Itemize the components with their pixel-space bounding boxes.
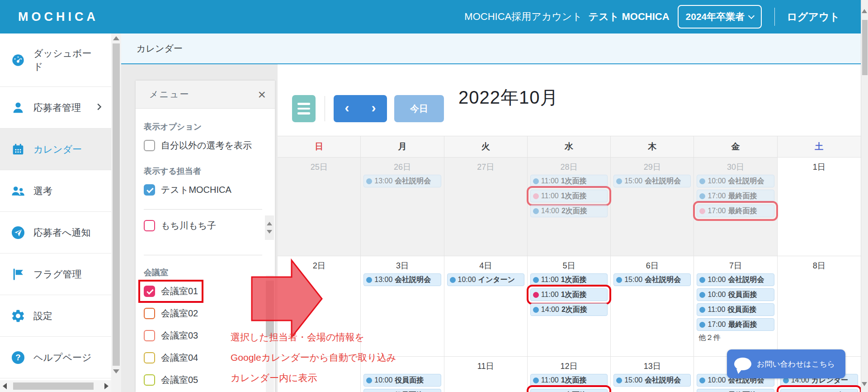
calendar-event-highlighted[interactable]: 11:001次面接 (530, 190, 608, 202)
page-scrollbar-thumb[interactable] (862, 20, 868, 75)
calendar-day-cell[interactable]: 30日10:00会社説明会17:00最終面接17:00最終面接 (694, 158, 777, 256)
calendar-day-cell[interactable]: 29日15:00会社説明会 (611, 158, 694, 256)
room-3-checkbox[interactable] (144, 330, 155, 341)
calendar-day-cell[interactable]: 27日 (444, 158, 528, 256)
room-4-row[interactable]: 会議室04 (144, 352, 198, 364)
room-1-row[interactable]: 会議室01 (144, 285, 198, 297)
calendar-event[interactable]: 11:001次面接 (530, 175, 608, 187)
next-month-button[interactable]: › (360, 95, 387, 122)
scroll-down-arrow-icon[interactable] (113, 369, 119, 373)
today-button[interactable]: 今日 (394, 95, 444, 122)
calendar-event-highlighted[interactable]: 14:00カレンダー (780, 389, 858, 392)
calendar-day-cell[interactable] (278, 357, 361, 392)
calendar-event[interactable]: 15:00会社説明会 (613, 175, 691, 187)
calendar-event[interactable]: 11:001次面接 (530, 374, 608, 387)
rooms-list-scrollbar[interactable] (266, 275, 274, 392)
rooms-scrollbar-thumb[interactable] (266, 281, 274, 337)
calendar-event[interactable]: 11:001次面接 (530, 273, 608, 286)
staff-mochikawa-checkbox[interactable] (144, 220, 155, 231)
sidebar-scrollbar-thumb[interactable] (113, 43, 120, 366)
sidebar-item-selection[interactable]: 選考 (0, 170, 111, 212)
calendar-day-cell[interactable]: 7日10:00会社説明会10:00役員面接11:00役員面接17:00最終面接他… (694, 256, 777, 356)
page-vertical-scrollbar[interactable] (861, 0, 868, 392)
sidebar-item-dashboard[interactable]: ダッシュボード (0, 33, 111, 87)
staff-mochikawa-row[interactable]: もち川もち子 (144, 220, 216, 232)
calendar-day-cell[interactable]: 12日11:001次面接11:001次面接 (528, 357, 611, 392)
calendar-event[interactable]: 15:00会社説明会 (613, 273, 691, 286)
staff-test-mochica-row[interactable]: テストMOCHICA (144, 184, 231, 196)
logout-button[interactable]: ログアウト (787, 10, 840, 24)
calendar-day-cell[interactable]: 5日11:001次面接11:001次面接14:002次面接 (528, 256, 611, 356)
scroll-down-arrow-icon[interactable] (862, 382, 867, 386)
calendar-event[interactable]: 17:00最終面接 (697, 389, 774, 392)
calendar-day-cell[interactable]: 3日13:00会社説明会 (361, 256, 444, 356)
calendar-day-cell[interactable]: 2日 (278, 256, 361, 356)
calendar-day-cell[interactable]: 11日 (444, 357, 528, 392)
calendar-day-cell[interactable]: 6日15:00会社説明会 (611, 256, 694, 356)
calendar-day-cell[interactable]: 25日 (278, 158, 361, 256)
room-5-checkbox[interactable] (144, 374, 155, 386)
event-time: 11:00 (541, 276, 559, 284)
room-2-row[interactable]: 会議室02 (144, 307, 198, 320)
show-others-label: 自分以外の選考を表示 (161, 139, 252, 152)
sidebar-item-notify[interactable]: 応募者へ通知 (0, 212, 111, 253)
calendar-event[interactable]: 17:00最終面接 (697, 318, 774, 331)
calendar-event[interactable]: 11:00役員面接 (697, 303, 774, 316)
calendar-event-highlighted[interactable]: 11:001次面接 (530, 389, 608, 392)
calendar-event-highlighted[interactable]: 11:001次面接 (530, 288, 608, 301)
sidebar-horizontal-scrollbar[interactable] (0, 380, 111, 392)
calendar-day-cell[interactable]: 26日13:00会社説明会 (361, 158, 444, 256)
day-number (278, 361, 360, 372)
contact-chat-button[interactable]: お問い合わせはこちら (727, 349, 845, 378)
scroll-up-arrow-icon[interactable] (267, 222, 272, 225)
close-icon[interactable]: × (258, 88, 266, 101)
sidebar-item-calendar[interactable]: カレンダー (0, 129, 111, 170)
calendar-day-cell[interactable]: 4日10:00インターン (444, 256, 528, 356)
calendar-event[interactable]: 10:00会社説明会 (697, 273, 774, 286)
sidebar-hscrollbar-thumb[interactable] (13, 382, 94, 390)
calendar-event[interactable]: 15:00会社説明会 (613, 374, 691, 387)
calendar-day-cell[interactable]: 10:00役員面接11:00役員面接 (361, 357, 444, 392)
calendar-event[interactable]: 10:00会社説明会 (697, 175, 774, 187)
calendar-event[interactable]: 10:00役員面接 (363, 374, 441, 387)
scroll-right-arrow-icon[interactable] (104, 383, 108, 389)
calendar-event[interactable]: 10:00インターン (447, 273, 524, 286)
sidebar-item-applicants[interactable]: 応募者管理 (0, 87, 111, 129)
cohort-dropdown[interactable]: 2024年卒業者 (678, 5, 762, 29)
prev-month-button[interactable]: ‹ (334, 95, 360, 122)
sidebar-item-settings[interactable]: 設定 (0, 295, 111, 337)
calendar-day-cell[interactable]: 1日 (778, 158, 861, 256)
calendar-event[interactable]: 13:00会社説明会 (363, 175, 441, 187)
event-time: 11:00 (708, 306, 725, 314)
event-dot-blue-icon (366, 378, 372, 383)
event-time: 14:00 (541, 207, 559, 215)
calendar-event[interactable]: 17:00最終面接 (697, 190, 774, 202)
calendar-day-cell[interactable]: 28日11:001次面接11:001次面接14:002次面接 (528, 158, 611, 256)
scroll-up-arrow-icon[interactable] (862, 9, 867, 13)
sidebar-vertical-scrollbar[interactable] (111, 33, 121, 392)
more-events-link[interactable]: 他２件 (698, 333, 777, 343)
room-4-checkbox[interactable] (144, 352, 155, 363)
calendar-day-cell[interactable]: 13日15:00会社説明会 (611, 357, 694, 392)
staff-list-scrollbar[interactable] (265, 215, 274, 240)
calendar-day-cell[interactable]: 8日 (778, 256, 861, 356)
calendar-event[interactable]: 13:00会社説明会 (363, 273, 441, 286)
room-3-row[interactable]: 会議室03 (144, 330, 198, 342)
staff-test-mochica-checkbox[interactable] (144, 184, 155, 196)
calendar-event-highlighted[interactable]: 17:00最終面接 (697, 205, 774, 217)
calendar-menu-toggle-button[interactable] (292, 95, 316, 122)
scroll-up-arrow-icon[interactable] (113, 36, 119, 40)
calendar-event[interactable]: 10:00役員面接 (697, 288, 774, 301)
show-others-row[interactable]: 自分以外の選考を表示 (144, 139, 252, 152)
room-1-checkbox[interactable] (144, 286, 155, 297)
calendar-event[interactable]: 14:002次面接 (530, 303, 608, 316)
room-5-row[interactable]: 会議室05 (144, 374, 198, 386)
scroll-down-arrow-icon[interactable] (267, 230, 272, 234)
scroll-left-arrow-icon[interactable] (3, 383, 7, 389)
calendar-event[interactable]: 14:002次面接 (530, 205, 608, 217)
room-2-checkbox[interactable] (144, 308, 155, 319)
calendar-event[interactable]: 11:00役員面接 (363, 389, 441, 392)
show-others-checkbox[interactable] (144, 140, 155, 151)
sidebar-item-help[interactable]: ?ヘルプページ (0, 337, 111, 378)
sidebar-item-flags[interactable]: フラグ管理 (0, 253, 111, 295)
